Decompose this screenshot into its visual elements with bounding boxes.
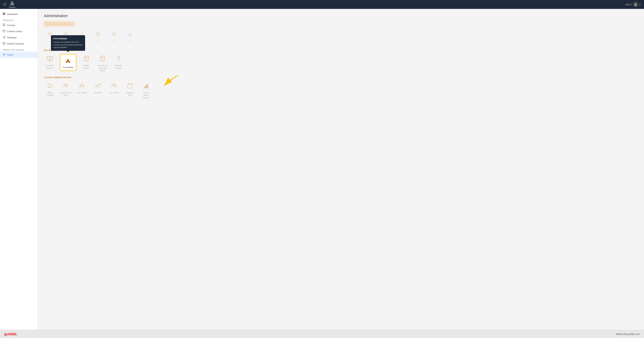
svg-point-55	[66, 84, 68, 86]
deliverer-roles-icon	[61, 81, 70, 90]
svg-rect-68	[147, 84, 148, 88]
blurred-tile-4: Item	[92, 30, 104, 42]
svg-rect-9	[3, 14, 4, 15]
sidebar-admin-label: Admin	[7, 54, 13, 56]
white-labelling-tile[interactable]: WhiteLabelling	[44, 81, 56, 99]
svg-point-5	[635, 4, 636, 4]
course-admin-reports-tile[interactable]: CourseAdminReports	[140, 81, 152, 99]
sidebar-courses-label: Courses	[7, 24, 15, 26]
svg-rect-64	[131, 83, 132, 85]
brand-logo: Censeo	[9, 1, 16, 8]
form-builder-label: Form Builder	[63, 66, 74, 68]
pathway-builder-icon	[114, 54, 123, 63]
svg-rect-44	[84, 56, 88, 61]
svg-point-43	[68, 61, 70, 63]
svg-marker-36	[128, 32, 132, 36]
svg-point-52	[118, 56, 120, 58]
footer-tagline: Made with guidde.com	[616, 333, 640, 336]
svg-rect-35	[112, 32, 116, 36]
blurred-tile-6: Item	[124, 30, 136, 42]
svg-rect-67	[146, 85, 147, 88]
sidebar-content-library-label: Content Library	[7, 30, 22, 33]
svg-line-4	[12, 3, 13, 4]
form-builder-tile[interactable]: Form Builder Create new feedback forms f…	[60, 54, 76, 72]
pathways-chevron: ›	[34, 36, 35, 38]
dashboard-icon	[3, 12, 5, 16]
svg-rect-63	[128, 83, 129, 85]
form-builder-icon	[64, 56, 72, 65]
user-details-icon	[78, 81, 86, 90]
courses-chevron: ›	[34, 24, 35, 26]
navbar-user-section: EDS 1 ▾	[625, 2, 640, 7]
dashboard-chevron: ›	[34, 13, 35, 15]
blurred-tile-3: Item	[76, 30, 88, 42]
create-manage-section-label: CREATE AND MANAGE	[0, 47, 38, 52]
pathways-icon	[3, 36, 5, 39]
badge-builder-tile[interactable]: BadgeBuilder	[80, 54, 92, 72]
svg-point-1	[10, 4, 12, 5]
page-title: Administration	[44, 14, 638, 18]
academy-plan-tile[interactable]: AcademyPlan	[124, 81, 136, 99]
competency-transcript-builder-icon	[98, 54, 107, 63]
footer-logo: guidde.	[4, 332, 18, 336]
sidebar-dashboard-label: Dashboard	[7, 13, 18, 16]
avatar[interactable]	[633, 2, 638, 7]
svg-point-42	[66, 61, 68, 63]
course-admin-section: COURSE ADMINISTRATION WhiteLabelling Del…	[44, 76, 638, 99]
course-admin-section-label: COURSE ADMINISTRATION	[44, 76, 638, 78]
competency-transcript-builder-tile[interactable]: CompetencyTranscriptBuilder	[96, 54, 108, 72]
svg-point-56	[81, 84, 83, 86]
analytics-tile[interactable]: Analytics	[92, 81, 104, 99]
builders-section-label: BUILDERS	[44, 49, 638, 51]
academy-plan-icon	[126, 81, 134, 90]
svg-rect-15	[3, 30, 5, 32]
svg-rect-65	[144, 87, 144, 88]
elearning-builder-tile[interactable]: eLearningBuilder	[44, 54, 56, 72]
user-dropdown-icon[interactable]: ▾	[640, 3, 640, 6]
blurred-tile-5: Item	[108, 30, 120, 42]
svg-point-34	[96, 32, 100, 36]
guided-learning-chevron: ›	[34, 42, 35, 44]
svg-line-20	[4, 36, 4, 37]
content-library-icon	[3, 30, 5, 33]
blurred-top-row: Item Item Item Item Item Item	[44, 30, 638, 42]
competency-transcript-builder-label: CompetencyTranscriptBuilder	[97, 64, 108, 72]
sidebar-item-content-library[interactable]: Content Library ›	[0, 28, 38, 34]
svg-point-61	[114, 84, 116, 86]
svg-marker-40	[49, 58, 51, 59]
sidebar-guided-learning-label: Guided Learning	[7, 42, 24, 45]
form-builder-highlight-box: Form Builder	[60, 54, 76, 71]
analytics-label: Analytics	[94, 92, 102, 94]
svg-rect-66	[145, 86, 146, 88]
badge-builder-icon	[82, 54, 91, 63]
user-admin-tile[interactable]: User Admin	[108, 81, 120, 99]
svg-rect-7	[3, 13, 4, 14]
sidebar-item-pathways[interactable]: Pathways ›	[0, 34, 38, 40]
hamburger-menu[interactable]: ☰	[4, 2, 6, 6]
courses-icon	[3, 24, 5, 27]
sidebar-item-dashboard[interactable]: Dashboard ›	[0, 11, 38, 17]
sidebar-item-admin[interactable]: Admin ›	[0, 52, 38, 58]
sidebar-item-guided-learning[interactable]: Guided Learning ›	[0, 40, 38, 47]
pathway-builder-tile[interactable]: PathwayBuilder	[113, 54, 124, 72]
sidebar-item-courses[interactable]: Courses ›	[0, 22, 38, 28]
user-details-label: User Details	[77, 92, 87, 94]
user-admin-label: User Admin	[109, 92, 119, 94]
deliverer-roles-tile[interactable]: Deliverer andRoles	[60, 81, 72, 99]
white-labelling-label: WhiteLabelling	[46, 92, 54, 96]
elearning-builder-icon	[45, 54, 54, 63]
svg-rect-8	[4, 13, 5, 14]
main-content: Administration Item Item Item Item	[38, 9, 644, 330]
admin-chevron: ›	[34, 54, 35, 56]
badge-builder-label: BadgeBuilder	[84, 64, 90, 69]
svg-point-17	[3, 37, 4, 38]
svg-point-54	[64, 84, 66, 86]
course-admin-reports-icon	[142, 81, 150, 90]
svg-point-19	[4, 38, 5, 38]
svg-point-2	[12, 4, 14, 5]
admin-icon	[3, 53, 5, 56]
builders-section: BUILDERS eLearningBuilder Form Builder C…	[44, 49, 638, 72]
white-labelling-icon	[45, 81, 54, 90]
svg-line-21	[4, 37, 4, 38]
user-details-tile[interactable]: User Details	[76, 81, 88, 99]
